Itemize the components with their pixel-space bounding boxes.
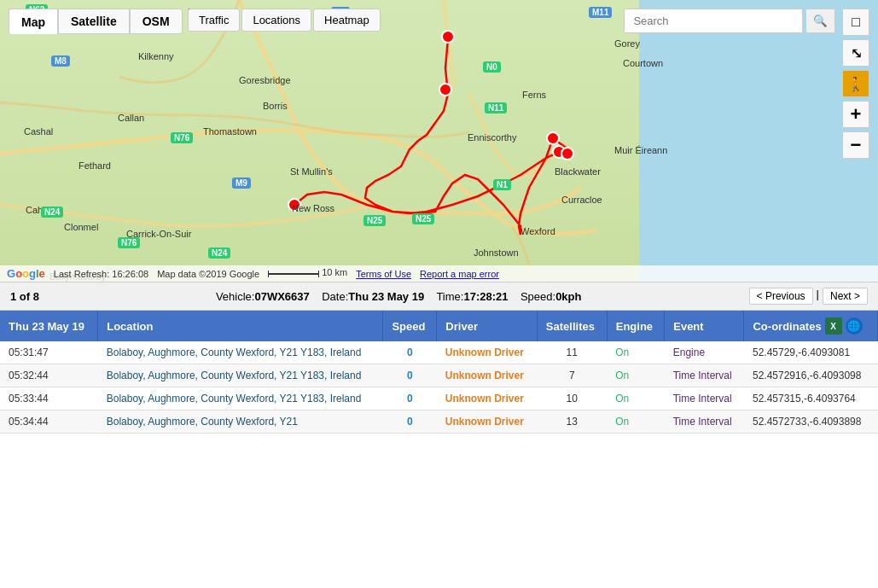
cell-engine: On — [607, 364, 664, 387]
cell-speed: 0 — [383, 387, 437, 410]
fullscreen-btn[interactable]: ⤡ — [842, 39, 869, 67]
zoom-out-btn[interactable]: − — [842, 131, 869, 159]
cell-engine: On — [607, 410, 664, 434]
th-coords: Co-ordinates X 🌐 — [744, 311, 878, 341]
cell-time: 05:31:47 — [0, 341, 98, 364]
google-logo: Google — [7, 267, 45, 280]
road-badge-11: M9 — [232, 178, 251, 189]
cell-location: Bolaboy, Aughmore, County Wexford, Y21 — [98, 410, 383, 434]
cell-satellites: 11 — [537, 341, 607, 364]
road-badge-7: N11 — [485, 102, 507, 114]
map-overlay-buttons: Traffic Locations Heatmap — [188, 9, 381, 32]
locations-btn[interactable]: Locations — [241, 9, 311, 32]
cell-time: 05:34:44 — [0, 410, 98, 434]
report-link[interactable]: Report a map error — [420, 269, 499, 279]
cell-event: Time Interval — [665, 387, 744, 410]
cell-satellites: 10 — [537, 387, 607, 410]
heatmap-btn[interactable]: Heatmap — [313, 9, 381, 32]
th-event: Event — [665, 311, 744, 341]
cell-speed: 0 — [383, 410, 437, 434]
road-badge-8: N1 — [493, 179, 511, 190]
table-row: 05:34:44 Bolaboy, Aughmore, County Wexfo… — [0, 410, 878, 434]
map-controls-right: □ ⤡ 🚶 + − — [842, 9, 869, 159]
table-header-row: Thu 23 May 19 Location Speed Driver Sate… — [0, 311, 878, 341]
record-count: 1 of 8 — [10, 290, 39, 303]
terms-link[interactable]: Terms of Use — [356, 269, 411, 279]
road-badge-12: N0 — [483, 61, 501, 73]
cell-coords: 52.457315,-6.4093764 — [744, 387, 878, 410]
cell-event: Time Interval — [665, 364, 744, 387]
map-data-label: Map data ©2019 Google — [157, 269, 259, 279]
cell-satellites: 13 — [537, 410, 607, 434]
cell-satellites: 7 — [537, 364, 607, 387]
scale-label: 10 km — [268, 267, 347, 279]
th-driver: Driver — [437, 311, 537, 341]
cell-speed: 0 — [383, 364, 437, 387]
road-badge-3: N76 — [171, 132, 193, 143]
road-badge-5: N24 — [41, 207, 63, 218]
map-container: FreshfordKilkennyGoreyCourtownGoresbridg… — [0, 0, 878, 282]
map-btn-satellite[interactable]: Satellite — [58, 9, 130, 34]
road-badge-2: M8 — [51, 55, 70, 67]
road-badge-1: M11 — [589, 7, 612, 18]
map-btn-osm[interactable]: OSM — [130, 9, 183, 34]
table-row: 05:33:44 Bolaboy, Aughmore, County Wexfo… — [0, 387, 878, 410]
cell-location: Bolaboy, Aughmore, County Wexford, Y21 Y… — [98, 364, 383, 387]
cell-engine: On — [607, 341, 664, 364]
globe-icon[interactable]: 🌐 — [846, 317, 863, 335]
prev-button[interactable]: < Previous — [749, 288, 813, 305]
cell-driver: Unknown Driver — [437, 410, 537, 434]
cell-coords: 52.45729,-6.4093081 — [744, 341, 878, 364]
nav-buttons: < Previous | Next > — [749, 288, 868, 305]
th-location: Location — [98, 311, 383, 341]
last-refresh: Last Refresh: 16:26:08 — [54, 269, 148, 279]
search-input[interactable] — [624, 9, 803, 33]
cell-event: Time Interval — [665, 410, 744, 434]
table-row: 05:31:47 Bolaboy, Aughmore, County Wexfo… — [0, 341, 878, 364]
excel-icon[interactable]: X — [825, 317, 842, 335]
cell-driver: Unknown Driver — [437, 341, 537, 364]
th-satellites: Satellites — [537, 311, 607, 341]
cell-time: 05:32:44 — [0, 364, 98, 387]
cell-driver: Unknown Driver — [437, 364, 537, 387]
cell-location: Bolaboy, Aughmore, County Wexford, Y21 Y… — [98, 341, 383, 364]
map-search-area: 🔍 — [624, 9, 835, 33]
vehicle-info: Vehicle:07WX6637 Date:Thu 23 May 19 Time… — [206, 290, 581, 303]
cell-coords: 52.4572733,-6.4093898 — [744, 410, 878, 434]
cell-coords: 52.4572916,-6.4093098 — [744, 364, 878, 387]
cell-time: 05:33:44 — [0, 387, 98, 410]
status-bar: 1 of 8 Vehicle:07WX6637 Date:Thu 23 May … — [0, 282, 878, 311]
th-engine: Engine — [607, 311, 664, 341]
streetview-btn[interactable]: 🚶 — [842, 70, 869, 97]
cell-engine: On — [607, 387, 664, 410]
cell-event: Engine — [665, 341, 744, 364]
data-table: Thu 23 May 19 Location Speed Driver Sate… — [0, 311, 878, 434]
road-badge-10: N25 — [412, 213, 434, 224]
map-type-buttons: Map Satellite OSM — [9, 9, 183, 34]
cell-driver: Unknown Driver — [437, 387, 537, 410]
cell-location: Bolaboy, Aughmore, County Wexford, Y21 Y… — [98, 387, 383, 410]
collapse-btn[interactable]: □ — [842, 9, 869, 36]
map-footer: Google Last Refresh: 16:26:08 Map data ©… — [0, 265, 878, 282]
next-button[interactable]: Next > — [823, 288, 868, 305]
table-body: 05:31:47 Bolaboy, Aughmore, County Wexfo… — [0, 341, 878, 434]
cell-speed: 0 — [383, 341, 437, 364]
search-button[interactable]: 🔍 — [806, 9, 835, 33]
th-speed: Speed — [383, 311, 437, 341]
map-btn-map[interactable]: Map — [9, 9, 58, 34]
traffic-btn[interactable]: Traffic — [188, 9, 240, 32]
road-badge-6: N24 — [208, 247, 230, 259]
data-table-wrapper: Thu 23 May 19 Location Speed Driver Sate… — [0, 311, 878, 587]
road-badge-4: N76 — [118, 237, 140, 248]
road-badge-9: N25 — [363, 215, 386, 226]
th-date: Thu 23 May 19 — [0, 311, 98, 341]
zoom-in-btn[interactable]: + — [842, 101, 869, 128]
table-row: 05:32:44 Bolaboy, Aughmore, County Wexfo… — [0, 364, 878, 387]
